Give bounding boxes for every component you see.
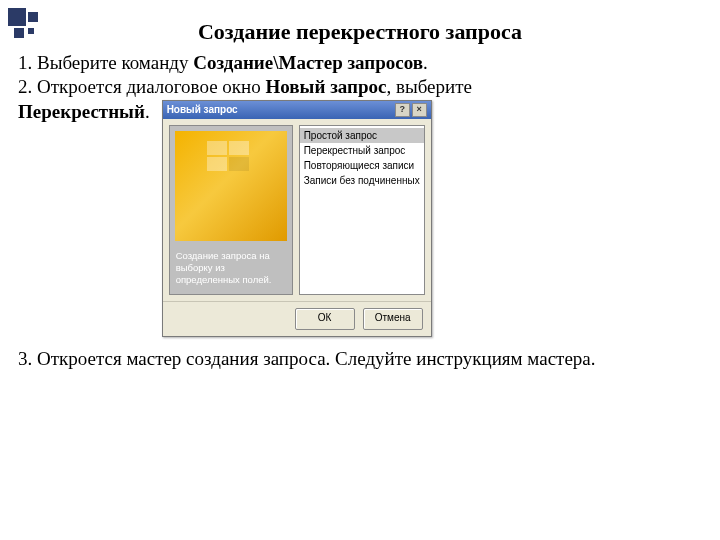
slide-content: Создание перекрестного запроса 1. Выбери… — [0, 0, 720, 372]
option-simple-query[interactable]: Простой запрос — [300, 128, 424, 143]
ok-button[interactable]: ОК — [295, 308, 355, 330]
dialog-body: Создание запроса на выборку из определен… — [163, 119, 431, 301]
dialog-button-row: ОК Отмена — [163, 301, 431, 336]
option-unmatched-records[interactable]: Записи без подчиненных — [300, 173, 424, 188]
step-3: 3. Откроется мастер создания запроса. Сл… — [18, 347, 702, 372]
step-1: 1. Выберите команду Создание\Мастер запр… — [18, 51, 702, 76]
cancel-button[interactable]: Отмена — [363, 308, 423, 330]
step2-end: . — [145, 101, 150, 122]
step1-text: 1. Выберите команду — [18, 52, 193, 73]
preview-desc-line2: определенных полей. — [176, 274, 286, 286]
preview-description: Создание запроса на выборку из определен… — [170, 246, 292, 294]
dialog-title: Новый запрос — [167, 103, 238, 116]
close-button[interactable]: × — [412, 103, 427, 117]
new-query-dialog: Новый запрос ? × Создание запроса на выб… — [162, 100, 432, 337]
titlebar-buttons: ? × — [395, 103, 427, 117]
dialog-titlebar: Новый запрос ? × — [163, 101, 431, 119]
step1-end: . — [423, 52, 428, 73]
query-type-list[interactable]: Простой запрос Перекрестный запрос Повто… — [299, 125, 425, 295]
dialog-preview-pane: Создание запроса на выборку из определен… — [169, 125, 293, 295]
preview-desc-line1: Создание запроса на выборку из — [176, 250, 286, 274]
step-2-row: Перекрестный. Новый запрос ? × — [18, 100, 702, 337]
help-button[interactable]: ? — [395, 103, 410, 117]
step1-command: Создание\Мастер запросов — [193, 52, 423, 73]
decorative-squares — [8, 8, 42, 42]
option-crosstab-query[interactable]: Перекрестный запрос — [300, 143, 424, 158]
step2-text-a: 2. Откроется диалоговое окно — [18, 76, 266, 97]
step2-text-b: , выберите — [386, 76, 472, 97]
step-2: 2. Откроется диалоговое окно Новый запро… — [18, 75, 702, 100]
step2-choice-wrap: Перекрестный. — [18, 100, 150, 125]
option-duplicate-records[interactable]: Повторяющиеся записи — [300, 158, 424, 173]
step2-dialog-name: Новый запрос — [266, 76, 387, 97]
step2-choice: Перекрестный — [18, 101, 145, 122]
preview-graphic — [175, 131, 287, 241]
slide-title: Создание перекрестного запроса — [18, 18, 702, 47]
